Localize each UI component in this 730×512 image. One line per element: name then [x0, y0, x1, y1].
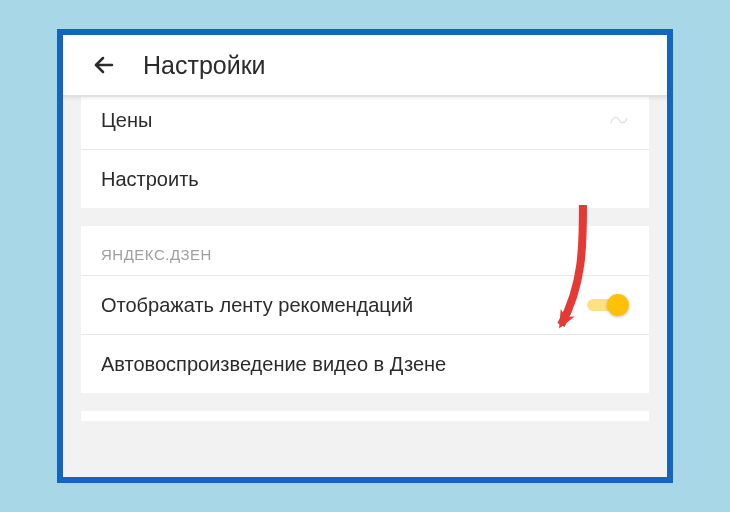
settings-group-zen: ЯНДЕКС.ДЗЕН Отображать ленту рекомендаци…	[81, 226, 649, 393]
row-label: Цены	[101, 107, 152, 133]
settings-content: Цены Настроить ЯНДЕКС.ДЗЕН Отображать ле…	[63, 97, 667, 477]
settings-group-partial	[81, 411, 649, 421]
scribble-icon	[609, 113, 629, 127]
app-frame: Настройки Цены Настроить ЯНДЕКС.ДЗЕН Ото…	[57, 29, 673, 483]
section-header-zen: ЯНДЕКС.ДЗЕН	[81, 226, 649, 276]
page-title: Настройки	[143, 51, 266, 80]
row-label: Автовоспроизведение видео в Дзене	[101, 351, 446, 377]
row-configure[interactable]: Настроить	[81, 150, 649, 208]
row-label: Отображать ленту рекомендаций	[101, 292, 413, 318]
toggle-thumb	[607, 294, 629, 316]
settings-group-1: Цены Настроить	[81, 97, 649, 208]
row-label: Настроить	[101, 166, 199, 192]
back-arrow-icon[interactable]	[91, 52, 117, 78]
row-prices[interactable]: Цены	[81, 97, 649, 150]
header-bar: Настройки	[63, 35, 667, 97]
row-show-feed[interactable]: Отображать ленту рекомендаций	[81, 276, 649, 335]
toggle-show-feed[interactable]	[587, 294, 629, 316]
row-autoplay-video[interactable]: Автовоспроизведение видео в Дзене	[81, 335, 649, 393]
